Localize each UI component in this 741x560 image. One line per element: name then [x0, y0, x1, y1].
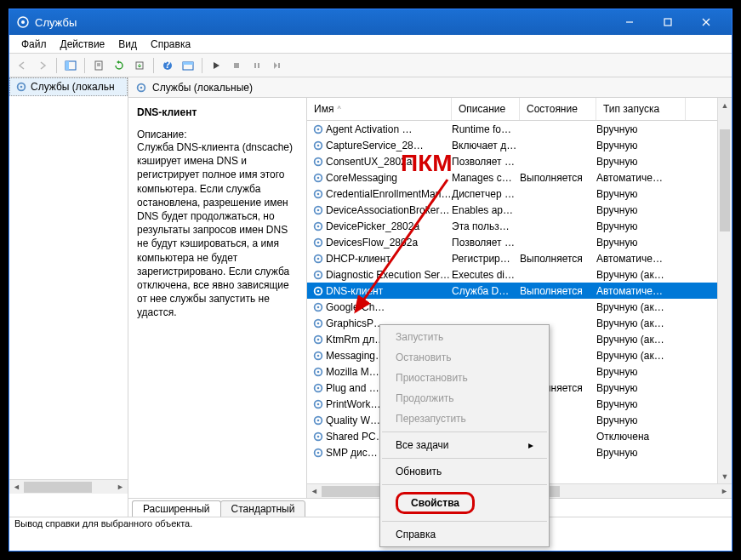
gear-icon — [311, 350, 326, 362]
back-button — [13, 56, 31, 75]
svg-point-63 — [317, 435, 320, 437]
ctx-resume: Продолжить — [380, 388, 549, 409]
toolbar: ? — [9, 54, 732, 77]
tree-root-services[interactable]: Службы (локальн — [9, 77, 128, 96]
col-name[interactable]: Имя^ — [307, 98, 452, 120]
cell-name: Google Ch… — [326, 301, 452, 313]
svg-rect-3 — [664, 19, 671, 26]
gear-icon — [311, 172, 326, 184]
cell-desc: Эта польз… — [452, 220, 520, 232]
svg-rect-16 — [234, 63, 239, 68]
titlebar[interactable]: Службы — [9, 9, 732, 35]
menu-help[interactable]: Справка — [144, 37, 197, 52]
cell-desc: Включает д… — [452, 140, 520, 151]
ctx-refresh[interactable]: Обновить — [380, 461, 549, 482]
navigation-tree[interactable]: Службы (локальн ◄► — [9, 77, 128, 517]
cell-start: Вручную — [596, 156, 686, 168]
cell-start: Вручную — [596, 398, 686, 410]
svg-point-25 — [317, 128, 320, 130]
cell-start: Вручную — [596, 220, 686, 232]
menu-action[interactable]: Действие — [54, 37, 112, 52]
col-state[interactable]: Состояние — [520, 98, 596, 120]
restart-toolbtn — [268, 56, 287, 75]
ctx-help[interactable]: Справка — [380, 524, 549, 545]
properties-toolbtn[interactable] — [89, 56, 108, 75]
start-toolbtn[interactable] — [207, 56, 225, 75]
service-row[interactable]: CaptureService_28…Включает д…Вручную — [307, 137, 717, 153]
ctx-properties[interactable]: Свойства — [380, 488, 549, 518]
menu-view[interactable]: Вид — [111, 37, 144, 52]
help-toolbtn[interactable]: ? — [158, 56, 177, 75]
ctx-alltasks[interactable]: Все задачи▸ — [380, 435, 549, 455]
cell-start: Вручную (ак… — [596, 269, 686, 281]
service-row[interactable]: ConsentUX_2802aПозволяет …Вручную — [307, 153, 717, 169]
tab-standard[interactable]: Стандартный — [220, 500, 306, 517]
ctx-start: Запустить — [380, 327, 549, 347]
description-panel: DNS-клиент Описание: Служба DNS-клиента … — [128, 98, 307, 498]
gear-icon — [311, 237, 326, 249]
service-row[interactable]: DHCP-клиентРегистрир…ВыполняетсяАвтомати… — [307, 250, 717, 266]
svg-point-53 — [317, 354, 320, 357]
stop-toolbtn — [227, 56, 246, 75]
cell-start: Автоматиче… — [596, 253, 686, 265]
show-hide-button[interactable] — [61, 56, 80, 75]
cell-start: Вручную — [596, 366, 686, 378]
cell-start: Вручную (ак… — [596, 334, 686, 346]
cell-desc: Enables ap… — [452, 204, 520, 216]
col-desc[interactable]: Описание — [452, 98, 520, 120]
svg-rect-15 — [183, 62, 193, 65]
cell-start: Вручную — [596, 188, 686, 200]
minimize-button[interactable] — [610, 9, 648, 35]
menu-file[interactable]: Файл — [14, 37, 54, 52]
service-row[interactable]: DeviceAssociationBroker_28…Enables ap…Вр… — [307, 202, 717, 218]
scroll-down-icon[interactable]: ▼ — [718, 469, 732, 483]
services-window: Службы Файл Действие Вид Справка ? — [9, 9, 732, 551]
service-row[interactable]: CoreMessagingManages c…ВыполняетсяАвтома… — [307, 169, 717, 186]
column-headers[interactable]: Имя^ Описание Состояние Тип запуска — [307, 98, 717, 121]
tab-extended[interactable]: Расширенный — [132, 500, 221, 517]
service-row[interactable]: CredentialEnrollmentMana…Диспетчер …Вруч… — [307, 186, 717, 202]
svg-point-65 — [317, 451, 320, 454]
svg-rect-19 — [278, 63, 280, 68]
cell-desc: Executes di… — [452, 269, 520, 281]
gear-icon — [311, 382, 326, 394]
service-row[interactable]: DevicePicker_2802aЭта польз…Вручную — [307, 218, 717, 234]
ctx-pause: Приостановить — [380, 368, 549, 388]
cell-start: Вручную — [596, 447, 686, 459]
service-row[interactable]: Google Ch…Вручную (ак… — [307, 299, 717, 315]
cell-start: Вручную — [596, 237, 686, 249]
scroll-up-icon[interactable]: ▲ — [718, 98, 732, 112]
service-row[interactable]: Agent Activation …Runtime fo…Вручную — [307, 121, 717, 137]
svg-point-31 — [317, 176, 320, 179]
scroll-thumb[interactable] — [720, 129, 730, 231]
cell-desc: Диспетчер … — [452, 188, 520, 200]
left-hscroll[interactable]: ◄► — [9, 479, 128, 494]
refresh-toolbtn[interactable] — [110, 56, 128, 75]
gear-icon — [16, 15, 30, 29]
cell-state: Выполняется — [520, 285, 596, 297]
svg-point-29 — [317, 160, 320, 163]
svg-point-35 — [317, 209, 320, 211]
col-start[interactable]: Тип запуска — [596, 98, 686, 120]
cell-desc: Позволяет … — [452, 156, 520, 168]
service-row[interactable]: DevicesFlow_2802aПозволяет …Вручную — [307, 234, 717, 250]
panel-title: Службы (локальные) — [152, 82, 253, 94]
svg-point-39 — [317, 241, 320, 243]
svg-rect-7 — [66, 61, 69, 70]
vertical-scrollbar[interactable]: ▲ ▼ — [717, 98, 732, 483]
svg-point-1 — [21, 20, 25, 24]
explorer-toolbtn[interactable] — [179, 56, 197, 75]
maximize-button[interactable] — [648, 9, 687, 35]
svg-point-43 — [317, 273, 320, 276]
cell-name: CredentialEnrollmentMana… — [326, 188, 452, 200]
svg-point-45 — [317, 289, 320, 292]
window-title: Службы — [35, 16, 610, 29]
svg-point-21 — [20, 86, 23, 89]
gear-icon — [311, 398, 326, 410]
export-toolbtn[interactable] — [130, 56, 149, 75]
cell-start: Отключена — [596, 431, 686, 443]
service-row[interactable]: Diagnostic Execution ServiceExecutes di…… — [307, 266, 717, 283]
close-button[interactable] — [687, 9, 725, 35]
service-row[interactable]: DNS-клиентСлужба D…ВыполняетсяАвтоматиче… — [307, 283, 717, 299]
cell-start: Автоматиче… — [596, 172, 686, 184]
